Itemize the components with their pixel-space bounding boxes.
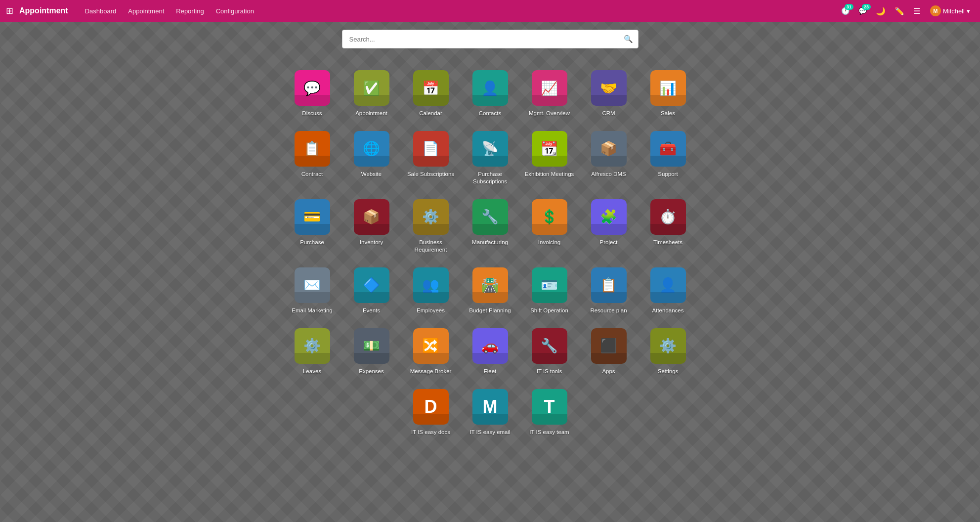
dark-mode-button[interactable]: 🌙 <box>873 4 889 18</box>
app-label-invoicing: Invoicing <box>538 239 560 246</box>
app-label-discuss: Discuss <box>302 110 322 117</box>
app-label-exhibition-meetings: Exhibition Meetings <box>525 171 574 178</box>
nav-configuration[interactable]: Configuration <box>211 4 259 18</box>
app-label-manufacturing: Manufacturing <box>472 239 508 246</box>
app-label-sales: Sales <box>661 110 675 117</box>
app-label-project: Project <box>600 239 618 246</box>
app-item-settings[interactable]: ⚙️Settings <box>639 321 698 382</box>
app-item-sale-subscriptions[interactable]: 📄Sale Subscriptions <box>401 124 461 192</box>
app-item-leaves[interactable]: ⚙️Leaves <box>283 321 342 382</box>
app-label-settings: Settings <box>658 368 679 375</box>
app-item-invoicing[interactable]: 💲Invoicing <box>520 192 579 261</box>
app-item-email-marketing[interactable]: ✉️Email Marketing <box>283 261 342 321</box>
app-icon-expenses: 💵 <box>354 328 389 364</box>
app-icon-message-broker: 🔀 <box>413 328 449 364</box>
app-label-mgmt-overview: Mgmt. Overview <box>529 110 570 117</box>
search-button[interactable]: 🔍 <box>619 30 639 48</box>
search-input[interactable] <box>342 30 639 48</box>
app-icon-events: 🔷 <box>354 267 389 303</box>
app-icon-purchase: 💳 <box>295 199 330 235</box>
app-icon-timesheets: ⏱️ <box>650 199 686 235</box>
app-item-calendar[interactable]: 📅Calendar <box>401 63 461 124</box>
app-label-expenses: Expenses <box>359 368 384 375</box>
app-item-expenses[interactable]: 💵Expenses <box>342 321 401 382</box>
app-label-shift-operation: Shift Operation <box>530 307 568 314</box>
app-label-contract: Contract <box>301 171 323 178</box>
app-item-contract[interactable]: 📋Contract <box>283 124 342 192</box>
app-label-it-is-easy-docs: IT IS easy docs <box>411 429 450 436</box>
navbar-right: 🕐 31 💬 23 🌙 ✏️ ☰ M Mitchell ▾ <box>838 3 974 18</box>
app-label-purchase-subscriptions: Purchase Subscriptions <box>466 171 515 185</box>
app-item-contacts[interactable]: 👤Contacts <box>461 63 520 124</box>
app-icon-apps: ⬛ <box>591 328 627 364</box>
app-item-it-is-tools[interactable]: 🔧IT IS tools <box>520 321 579 382</box>
app-label-email-marketing: Email Marketing <box>292 307 332 314</box>
apps-grid: 💬Discuss✅Appointment📅Calendar👤Contacts📈M… <box>268 63 713 443</box>
hamburger-menu-button[interactable]: ☰ <box>910 4 923 18</box>
app-item-attendances[interactable]: 👤Attendances <box>639 261 698 321</box>
nav-dashboard[interactable]: Dashboard <box>80 4 122 18</box>
app-icon-discuss: 💬 <box>295 70 330 106</box>
app-icon-employees: 👥 <box>413 267 449 303</box>
app-item-message-broker[interactable]: 🔀Message Broker <box>401 321 461 382</box>
app-item-it-is-easy-team[interactable]: TIT IS easy team <box>520 382 579 443</box>
app-icon-project: 🧩 <box>591 199 627 235</box>
app-icon-crm: 🤝 <box>591 70 627 106</box>
activity-button[interactable]: 🕐 31 <box>838 5 852 17</box>
app-item-employees[interactable]: 👥Employees <box>401 261 461 321</box>
app-item-appointment[interactable]: ✅Appointment <box>342 63 401 124</box>
nav-appointment[interactable]: Appointment <box>123 4 169 18</box>
app-icon-it-is-easy-docs: D <box>413 389 449 425</box>
app-icon-it-is-easy-email: M <box>472 389 508 425</box>
app-item-support[interactable]: 🧰Support <box>639 124 698 192</box>
edit-icon-btn[interactable]: ✏️ <box>892 4 907 18</box>
app-icon-resource-plan: 📋 <box>591 267 627 303</box>
app-item-website[interactable]: 🌐Website <box>342 124 401 192</box>
main-content: 🔍 💬Discuss✅Appointment📅Calendar👤Contacts… <box>0 0 980 463</box>
app-item-shift-operation[interactable]: 🪪Shift Operation <box>520 261 579 321</box>
app-icon-exhibition-meetings: 📆 <box>532 131 567 167</box>
app-item-mgmt-overview[interactable]: 📈Mgmt. Overview <box>520 63 579 124</box>
app-label-it-is-easy-team: IT IS easy team <box>529 429 569 436</box>
app-icon-manufacturing: 🔧 <box>472 199 508 235</box>
app-icon-leaves: ⚙️ <box>295 328 330 364</box>
app-label-employees: Employees <box>417 307 445 314</box>
app-label-website: Website <box>361 171 382 178</box>
app-item-business-requirement[interactable]: ⚙️Business Requirement <box>401 192 461 261</box>
messages-button[interactable]: 💬 23 <box>855 5 870 17</box>
app-item-events[interactable]: 🔷Events <box>342 261 401 321</box>
app-item-manufacturing[interactable]: 🔧Manufacturing <box>461 192 520 261</box>
app-label-appointment: Appointment <box>355 110 387 117</box>
app-icon-budget-planning: 🛣️ <box>472 267 508 303</box>
app-icon-mgmt-overview: 📈 <box>532 70 567 106</box>
app-item-alfresco-dms[interactable]: 📦Alfresco DMS <box>579 124 639 192</box>
grid-menu-icon[interactable]: ⊞ <box>6 5 13 16</box>
app-item-sales[interactable]: 📊Sales <box>639 63 698 124</box>
app-item-project[interactable]: 🧩Project <box>579 192 639 261</box>
app-label-timesheets: Timesheets <box>653 239 682 246</box>
app-item-it-is-easy-email[interactable]: MIT IS easy email <box>461 382 520 443</box>
app-item-purchase-subscriptions[interactable]: 📡Purchase Subscriptions <box>461 124 520 192</box>
app-item-exhibition-meetings[interactable]: 📆Exhibition Meetings <box>520 124 579 192</box>
app-icon-contacts: 👤 <box>472 70 508 106</box>
nav-reporting[interactable]: Reporting <box>171 4 209 18</box>
app-icon-fleet: 🚗 <box>472 328 508 364</box>
app-item-inventory[interactable]: 📦Inventory <box>342 192 401 261</box>
app-icon-sale-subscriptions: 📄 <box>413 131 449 167</box>
app-item-fleet[interactable]: 🚗Fleet <box>461 321 520 382</box>
app-item-purchase[interactable]: 💳Purchase <box>283 192 342 261</box>
navbar-menu: Dashboard Appointment Reporting Configur… <box>80 4 834 18</box>
app-item-timesheets[interactable]: ⏱️Timesheets <box>639 192 698 261</box>
app-icon-it-is-tools: 🔧 <box>532 328 567 364</box>
app-item-resource-plan[interactable]: 📋Resource plan <box>579 261 639 321</box>
app-item-budget-planning[interactable]: 🛣️Budget Planning <box>461 261 520 321</box>
app-label-leaves: Leaves <box>303 368 321 375</box>
app-item-it-is-easy-docs[interactable]: DIT IS easy docs <box>401 382 461 443</box>
user-menu[interactable]: M Mitchell ▾ <box>926 3 974 18</box>
app-item-discuss[interactable]: 💬Discuss <box>283 63 342 124</box>
app-item-crm[interactable]: 🤝CRM <box>579 63 639 124</box>
app-label-it-is-easy-email: IT IS easy email <box>469 429 510 436</box>
app-label-message-broker: Message Broker <box>410 368 452 375</box>
app-item-apps[interactable]: ⬛Apps <box>579 321 639 382</box>
app-icon-website: 🌐 <box>354 131 389 167</box>
